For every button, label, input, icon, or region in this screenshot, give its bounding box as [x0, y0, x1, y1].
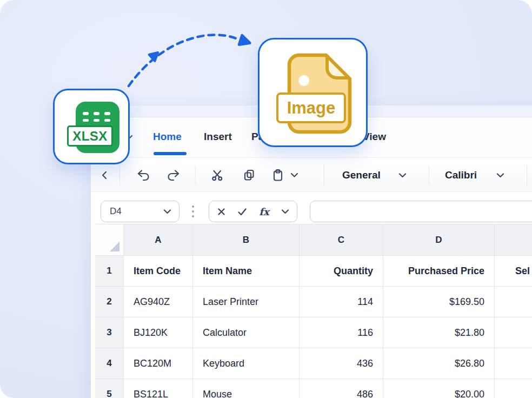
chevron-down-icon — [163, 209, 171, 214]
number-format-value: General — [342, 169, 381, 181]
undo-button[interactable] — [136, 169, 151, 182]
cell-d3[interactable]: $21.80 — [383, 317, 495, 348]
toolbar-divider — [324, 165, 324, 185]
cell-a2[interactable]: AG940Z — [124, 287, 193, 317]
font-value: Calibri — [445, 169, 477, 181]
cell-e2[interactable] — [495, 287, 532, 317]
chevron-down-icon[interactable] — [281, 209, 289, 214]
tab-home[interactable]: Home — [153, 131, 182, 143]
cell-b4[interactable]: Keyboard — [193, 348, 300, 379]
spreadsheet-window: Home Insert Page Layout View — [91, 105, 532, 398]
formula-input[interactable] — [310, 201, 532, 222]
cell-e4[interactable] — [495, 348, 532, 379]
image-format-badge: Image — [276, 92, 346, 123]
promo-canvas: Home Insert Page Layout View — [0, 0, 532, 398]
image-file-card: Image — [258, 38, 368, 147]
formula-bar-handle[interactable] — [190, 201, 196, 222]
table-row: 3 BJ120K Calculator 116 $21.80 — [95, 317, 532, 348]
cell-c2[interactable]: 114 — [300, 287, 383, 317]
cancel-entry-icon[interactable] — [217, 208, 225, 216]
scissors-icon — [211, 169, 223, 181]
cell-b3[interactable]: Calculator — [193, 317, 300, 348]
col-header-b[interactable]: B — [193, 224, 300, 256]
cell-d2[interactable]: $169.50 — [383, 287, 495, 317]
arrowhead-end-icon — [239, 35, 251, 48]
cell-c4[interactable]: 436 — [300, 348, 383, 379]
sheet-grid: A B C D 1 Item Code Item Name Quantity P… — [95, 224, 532, 398]
cell-e1[interactable]: Sel — [495, 256, 532, 287]
conversion-arrow — [111, 15, 257, 94]
cell-c5[interactable]: 486 — [300, 379, 383, 398]
font-dropdown[interactable]: Calibri — [445, 169, 504, 181]
paste-button[interactable] — [272, 169, 298, 182]
cell-c3[interactable]: 116 — [300, 317, 383, 348]
select-all-triangle-icon — [107, 239, 121, 253]
tab-insert[interactable]: Insert — [204, 131, 232, 143]
cell-reference: D4 — [110, 206, 163, 217]
cell-e3[interactable] — [495, 317, 532, 348]
cell-a5[interactable]: BS121L — [124, 379, 193, 398]
chevron-down-icon — [496, 173, 504, 178]
cell-d4[interactable]: $26.80 — [383, 348, 495, 379]
col-header-c[interactable]: C — [300, 224, 383, 256]
select-all-corner[interactable] — [95, 224, 124, 256]
chevron-down-icon — [290, 173, 298, 178]
table-row: 5 BS121L Mouse 486 $20.00 — [95, 379, 532, 398]
column-header-row: A B C D — [95, 224, 532, 256]
copy-button[interactable] — [243, 169, 255, 181]
active-tab-indicator — [154, 152, 187, 155]
table-row: 1 Item Code Item Name Quantity Purchased… — [95, 256, 532, 287]
toolbar-divider — [119, 165, 120, 185]
chevron-down-icon — [398, 173, 407, 178]
undo-icon — [136, 169, 151, 182]
sheet-rows-dashes — [83, 112, 110, 122]
toolbar-divider — [429, 165, 429, 185]
col-header-d[interactable]: D — [383, 224, 495, 256]
back-button[interactable] — [101, 171, 108, 180]
number-format-dropdown[interactable]: General — [342, 169, 407, 181]
cut-button[interactable] — [211, 169, 223, 181]
formula-actions-group: fx — [209, 201, 297, 222]
col-header-e[interactable] — [495, 224, 532, 256]
cell-b2[interactable]: Laser Printer — [193, 287, 300, 317]
cell-e5[interactable] — [495, 379, 532, 398]
cell-d5[interactable]: $20.00 — [383, 379, 495, 398]
insert-function-button[interactable]: fx — [259, 206, 269, 217]
table-row: 2 AG940Z Laser Printer 114 $169.50 — [95, 287, 532, 317]
cell-b5[interactable]: Mouse — [193, 379, 300, 398]
cell-d1[interactable]: Purchased Price — [383, 256, 495, 287]
chevron-left-icon — [101, 171, 108, 180]
redo-icon — [166, 169, 181, 182]
xlsx-format-badge: XLSX — [67, 125, 113, 147]
copy-icon — [243, 169, 255, 181]
photo-dot-icon — [298, 75, 309, 86]
cell-c1[interactable]: Quantity — [300, 256, 383, 287]
redo-button[interactable] — [166, 169, 181, 182]
cell-a3[interactable]: BJ120K — [124, 317, 193, 348]
col-header-a[interactable]: A — [124, 224, 193, 256]
row-header-5[interactable]: 5 — [95, 379, 124, 398]
cell-a1[interactable]: Item Code — [124, 256, 193, 287]
cell-name-box[interactable]: D4 — [101, 201, 179, 222]
confirm-entry-icon[interactable] — [237, 208, 247, 216]
toolbar-divider — [527, 165, 527, 185]
row-header-4[interactable]: 4 — [95, 348, 124, 379]
cell-a4[interactable]: BC120M — [124, 348, 193, 379]
row-header-2[interactable]: 2 — [95, 287, 124, 317]
row-header-3[interactable]: 3 — [95, 317, 124, 348]
row-header-1[interactable]: 1 — [95, 256, 124, 287]
toolbar-divider — [195, 165, 196, 185]
cell-b1[interactable]: Item Name — [193, 256, 300, 287]
xlsx-file-card: XLSX — [53, 89, 130, 164]
table-row: 4 BC120M Keyboard 436 $26.80 — [95, 348, 532, 379]
clipboard-icon — [272, 169, 283, 182]
